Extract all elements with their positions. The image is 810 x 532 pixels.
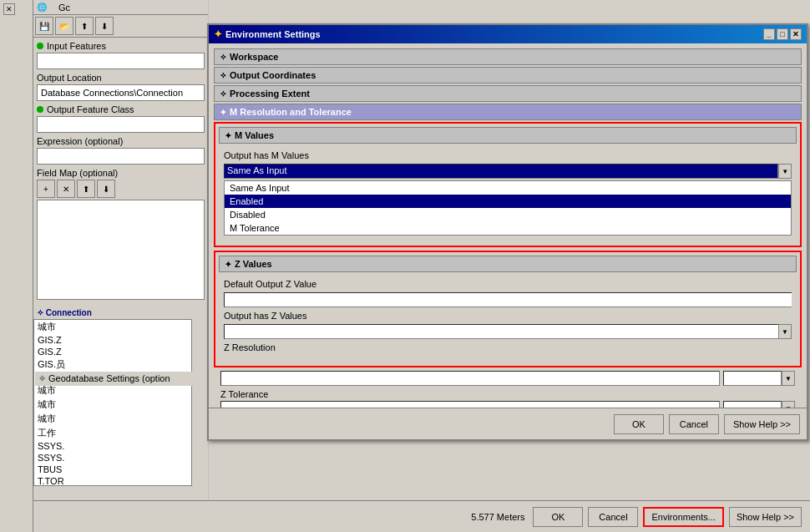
field-map-remove[interactable]: ✕ (57, 180, 75, 198)
toolbar-open[interactable]: 📂 (55, 17, 73, 35)
titlebar-left: ✦ Environment Settings (214, 28, 321, 40)
m-values-chevron: ✦ (225, 131, 231, 140)
processing-extent-header[interactable]: ✧ Processing Extent (214, 85, 802, 102)
m-values-content: Output has M Values Same As Input ▼ Same… (219, 147, 797, 239)
m-resolution-header[interactable]: ✦ M Resolution and Tolerance (214, 104, 802, 120)
dialog-show-help-button[interactable]: Show Help >> (724, 414, 800, 434)
main-ok-button[interactable]: OK (533, 507, 583, 527)
m-option-tolerance[interactable]: M Tolerance (225, 221, 791, 235)
m-option-enabled[interactable]: Enabled (225, 195, 791, 208)
environment-settings-dialog: ✦ Environment Settings _ □ ✕ ✧ Workspace… (207, 23, 808, 441)
input-features-row: Input Features (37, 41, 205, 69)
m-values-section: ✦ M Values Output has M Values Same As I… (214, 122, 802, 247)
processing-extent-chevron: ✧ (220, 89, 226, 99)
arc-icon: 🌐 (37, 3, 47, 12)
list-item[interactable]: GIS.员 (34, 357, 191, 372)
default-z-label: Default Output Z Value (224, 279, 341, 289)
output-coords-chevron: ✧ (220, 71, 226, 80)
toolbar-down[interactable]: ⬇ (95, 17, 114, 35)
z-resolution-input-row: Unknown ▼ (220, 371, 795, 386)
dialog-title: Environment Settings (225, 29, 321, 39)
environments-button[interactable]: Environments... (643, 507, 723, 527)
z-values-chevron: ✦ (225, 260, 231, 269)
status-text: 5.577 Meters (471, 512, 524, 522)
list-item[interactable]: 城市 (34, 398, 191, 412)
toolbar: 🌐 Gc (33, 0, 208, 15)
field-map-row: Field Map (optional) + ✕ ⬆ ⬇ (37, 168, 205, 300)
m-value-select-row: Same As Input ▼ (224, 164, 792, 179)
default-z-input[interactable] (224, 292, 792, 307)
output-location-input[interactable] (37, 84, 205, 101)
m-values-header[interactable]: ✦ M Values (219, 127, 797, 144)
field-map-add[interactable]: + (37, 180, 55, 198)
required-dot2 (37, 106, 43, 113)
close-button[interactable]: ✕ (3, 3, 15, 15)
m-value-current[interactable]: Same As Input (224, 164, 778, 179)
list-item[interactable]: T.TOR (34, 475, 191, 486)
maximize-button[interactable]: □ (777, 28, 788, 40)
m-value-dropdown-arrow[interactable]: ▼ (778, 164, 792, 179)
z-output-select-row: Same As Input ▼ (224, 324, 792, 339)
list-item[interactable]: SSYS. (34, 452, 191, 464)
dialog-content: ✧ Workspace ✧ Output Coordinates ✧ Proce… (209, 43, 807, 408)
dialog-ok-button[interactable]: OK (614, 414, 664, 434)
close-dialog-button[interactable]: ✕ (790, 28, 802, 40)
output-location-row: Output Location (37, 73, 205, 101)
z-resolution-row: Z Resolution (224, 342, 792, 352)
list-item[interactable]: GIS.Z (34, 346, 191, 357)
required-dot (37, 43, 43, 49)
expression-input[interactable] (37, 148, 205, 165)
list-item[interactable]: 城市 (34, 320, 191, 334)
field-map-down[interactable]: ⬇ (97, 180, 115, 198)
z-values-section: ✦ Z Values Default Output Z Value Output… (214, 251, 802, 367)
output-feature-class-label: Output Feature Class (37, 104, 205, 114)
workspace-label: Workspace (230, 52, 279, 62)
input-features-label: Input Features (37, 41, 205, 51)
main-show-help-button[interactable]: Show Help >> (729, 507, 802, 527)
z-resolution-unit-arrow[interactable]: ▼ (782, 371, 795, 386)
field-map-up[interactable]: ⬆ (77, 180, 95, 198)
output-location-label: Output Location (37, 73, 205, 83)
z-tolerance-unit-arrow[interactable]: ▼ (782, 401, 795, 408)
toolbar-save[interactable]: 💾 (35, 17, 53, 35)
output-feature-class-input[interactable] (37, 116, 205, 133)
minimize-button[interactable]: _ (763, 28, 775, 40)
input-features-input[interactable] (37, 53, 205, 69)
geodatabase-settings-section: ✧ Geodatabase Settings (option (35, 372, 210, 386)
workspace-chevron: ✧ (220, 53, 226, 62)
dialog-footer: OK Cancel Show Help >> (209, 408, 807, 439)
list-item[interactable]: 城市 (34, 412, 191, 426)
list-item[interactable]: GIS.Z (34, 334, 191, 346)
status-bar: 5.577 Meters (8, 512, 528, 522)
z-resolution-input[interactable] (220, 371, 720, 386)
z-tolerance-input[interactable] (220, 401, 720, 408)
workspace-header[interactable]: ✧ Workspace (214, 48, 802, 65)
z-values-content: Default Output Z Value Output has Z Valu… (219, 276, 797, 359)
field-map-list[interactable] (37, 200, 205, 300)
z-tolerance-unit[interactable]: Unknown (723, 401, 782, 408)
z-tolerance-input-row: Unknown ▼ (220, 401, 795, 408)
z-resolution-unit[interactable]: Unknown (723, 371, 782, 386)
list-item[interactable]: SSYS. (34, 440, 191, 452)
main-window: ✕ 🌐 Gc 💾 📂 ⬆ ⬇ Input Features (0, 0, 810, 532)
m-option-same-as-input[interactable]: Same As Input (225, 181, 791, 195)
z-values-header[interactable]: ✦ Z Values (219, 256, 797, 272)
output-coordinates-header[interactable]: ✧ Output Coordinates (214, 67, 802, 84)
list-item[interactable]: TBUS (34, 464, 191, 475)
toolbar-up[interactable]: ⬆ (75, 17, 94, 35)
dialog-cancel-button[interactable]: Cancel (669, 414, 719, 434)
main-cancel-button[interactable]: Cancel (588, 507, 638, 527)
menu-gc[interactable]: Gc (55, 3, 73, 13)
expression-label: Expression (optional) (37, 136, 205, 146)
default-z-input-row (224, 292, 792, 307)
z-output-arrow[interactable]: ▼ (778, 324, 792, 339)
main-footer: 5.577 Meters OK Cancel Environments... S… (0, 500, 810, 532)
tool-form: Input Features Output Location Output Fe… (33, 38, 208, 307)
m-option-disabled[interactable]: Disabled (225, 208, 791, 221)
gis-items-list[interactable]: 城市 GIS.Z GIS.Z GIS.员 GIS.N 城市 城市 城市 工作 S… (33, 319, 192, 486)
z-resolution-label: Z Resolution (224, 342, 341, 352)
z-output-input[interactable]: Same As Input (224, 324, 778, 339)
list-item[interactable]: 工作 (34, 426, 191, 440)
dialog-titlebar: ✦ Environment Settings _ □ ✕ (209, 25, 807, 43)
expression-row: Expression (optional) (37, 136, 205, 165)
